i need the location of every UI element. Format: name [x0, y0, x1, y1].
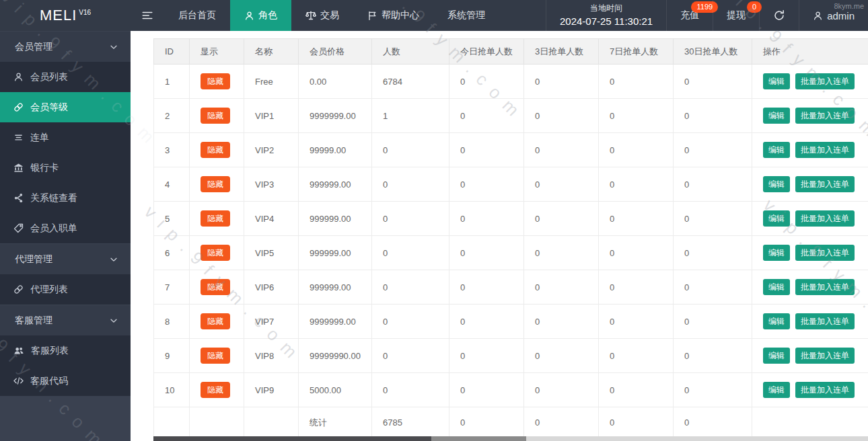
cell-name: VIP7 [244, 305, 299, 339]
stats-count: 6785 [372, 407, 449, 438]
sidebar-toggle-button[interactable] [131, 0, 164, 31]
cell-7day: 0 [599, 339, 674, 373]
stats-7day: 0 [599, 407, 674, 438]
batch-add-button[interactable]: 批量加入连单 [795, 313, 855, 329]
edit-button[interactable]: 编辑 [763, 382, 790, 398]
batch-add-button[interactable]: 批量加入连单 [795, 245, 855, 261]
cell-count: 0 [372, 236, 449, 270]
cell-count: 0 [372, 373, 449, 407]
sidebar-item-member-list[interactable]: 会员列表 [0, 62, 131, 92]
item-label: 会员列表 [30, 71, 68, 83]
member-level-table: ID 显示 名称 会员价格 人数 今日抢单人数 3日抢单人数 7日抢单人数 30… [153, 38, 868, 438]
admin-menu[interactable]: admin [799, 0, 868, 31]
sidebar-item-chain-order[interactable]: 连单 [0, 122, 131, 153]
refresh-icon [773, 9, 785, 22]
batch-add-button[interactable]: 批量加入连单 [795, 73, 855, 89]
cell-name: VIP1 [244, 99, 299, 133]
sidebar-group-agent-management[interactable]: 代理管理 [0, 243, 131, 274]
cell-3day: 0 [524, 236, 599, 270]
hidden-badge[interactable]: 隐藏 [201, 313, 230, 329]
nav-label: 帮助中心 [382, 9, 419, 22]
hidden-badge[interactable]: 隐藏 [201, 176, 230, 192]
horizontal-scrollbar[interactable] [153, 436, 868, 441]
nav-item-roles[interactable]: 角色 [230, 0, 291, 31]
batch-add-button[interactable]: 批量加入连单 [795, 348, 855, 364]
nav-item-dashboard[interactable]: 后台首页 [164, 0, 230, 31]
hidden-badge[interactable]: 隐藏 [201, 210, 230, 227]
edit-button[interactable]: 编辑 [763, 176, 790, 192]
nav-item-trade[interactable]: 交易 [291, 0, 353, 31]
batch-add-button[interactable]: 批量加入连单 [795, 279, 855, 295]
cell-3day: 0 [524, 133, 599, 167]
cell-id: 6 [154, 236, 190, 270]
cell-name: Free [244, 65, 299, 99]
edit-button[interactable]: 编辑 [763, 313, 790, 329]
cell-7day: 0 [599, 305, 674, 339]
batch-add-button[interactable]: 批量加入连单 [795, 142, 855, 158]
edit-button[interactable]: 编辑 [763, 210, 790, 227]
hidden-badge[interactable]: 隐藏 [201, 73, 230, 89]
cell-id: 1 [154, 65, 190, 99]
col-header-3day: 3日抢单人数 [524, 39, 599, 65]
cell-count: 1 [372, 99, 449, 133]
sidebar-group-service-management[interactable]: 客服管理 [0, 305, 131, 335]
cell-count: 0 [372, 202, 449, 236]
user-icon [244, 11, 254, 21]
sidebar-item-service-code[interactable]: 客服代码 [0, 366, 131, 396]
item-label: 银行卡 [30, 162, 59, 174]
cell-today: 0 [449, 167, 524, 202]
sidebar-item-member-level[interactable]: 会员等级 [0, 92, 131, 122]
hidden-badge[interactable]: 隐藏 [201, 108, 230, 124]
sidebar-item-agent-list[interactable]: 代理列表 [0, 274, 131, 305]
sidebar-item-bank-card[interactable]: 银行卡 [0, 153, 131, 183]
sidebar-item-member-entry-form[interactable]: 会员入职单 [0, 213, 131, 243]
batch-add-button[interactable]: 批量加入连单 [795, 176, 855, 192]
table-row: 4隐藏VIP3999999.0000000编辑批量加入连单 [154, 167, 868, 202]
col-header-id: ID [154, 39, 190, 65]
edit-button[interactable]: 编辑 [763, 245, 790, 261]
cell-display: 隐藏 [190, 65, 244, 99]
cell-display: 隐藏 [190, 99, 244, 133]
batch-add-button[interactable]: 批量加入连单 [795, 382, 855, 398]
cell-3day: 0 [524, 65, 599, 99]
cell-30day: 0 [674, 167, 752, 202]
table-row: 10隐藏VIP95000.0000000编辑批量加入连单 [154, 373, 868, 407]
recharge-button[interactable]: 充值 1199 [666, 0, 713, 31]
edit-button[interactable]: 编辑 [763, 73, 790, 89]
hidden-badge[interactable]: 隐藏 [201, 348, 230, 364]
refresh-button[interactable] [759, 0, 799, 31]
scrollbar-thumb[interactable] [153, 436, 431, 441]
cell-display: 隐藏 [190, 270, 244, 305]
edit-button[interactable]: 编辑 [763, 279, 790, 295]
nav-item-system[interactable]: 系统管理 [433, 0, 499, 31]
withdraw-button[interactable]: 提现 0 [713, 0, 759, 31]
hidden-badge[interactable]: 隐藏 [201, 382, 230, 398]
main-content: ID 显示 名称 会员价格 人数 今日抢单人数 3日抢单人数 7日抢单人数 30… [131, 31, 868, 441]
cell-3day: 0 [524, 339, 599, 373]
hidden-badge[interactable]: 隐藏 [201, 142, 230, 158]
bank-icon [13, 163, 24, 173]
sidebar-item-relation-chain[interactable]: 关系链查看 [0, 183, 131, 213]
edit-button[interactable]: 编辑 [763, 108, 790, 124]
cell-id: 8 [154, 305, 190, 339]
col-header-actions: 操作 [752, 39, 868, 65]
sidebar-group-member-management[interactable]: 会员管理 [0, 31, 131, 62]
cell-count: 6784 [372, 65, 449, 99]
batch-add-button[interactable]: 批量加入连单 [795, 210, 855, 227]
tag-icon [13, 223, 24, 233]
cell-name: VIP5 [244, 236, 299, 270]
hidden-badge[interactable]: 隐藏 [201, 279, 230, 295]
cell-30day: 0 [674, 236, 752, 270]
cell-7day: 0 [599, 202, 674, 236]
batch-add-button[interactable]: 批量加入连单 [795, 108, 855, 124]
cell-actions: 编辑批量加入连单 [752, 133, 868, 167]
hidden-badge[interactable]: 隐藏 [201, 245, 230, 261]
nav-item-help-center[interactable]: 帮助中心 [353, 0, 433, 31]
cell-30day: 0 [674, 99, 752, 133]
stats-empty [244, 407, 299, 438]
edit-button[interactable]: 编辑 [763, 142, 790, 158]
cell-today: 0 [449, 65, 524, 99]
edit-button[interactable]: 编辑 [763, 348, 790, 364]
col-header-display: 显示 [190, 39, 244, 65]
sidebar-item-service-list[interactable]: 客服列表 [0, 335, 131, 366]
